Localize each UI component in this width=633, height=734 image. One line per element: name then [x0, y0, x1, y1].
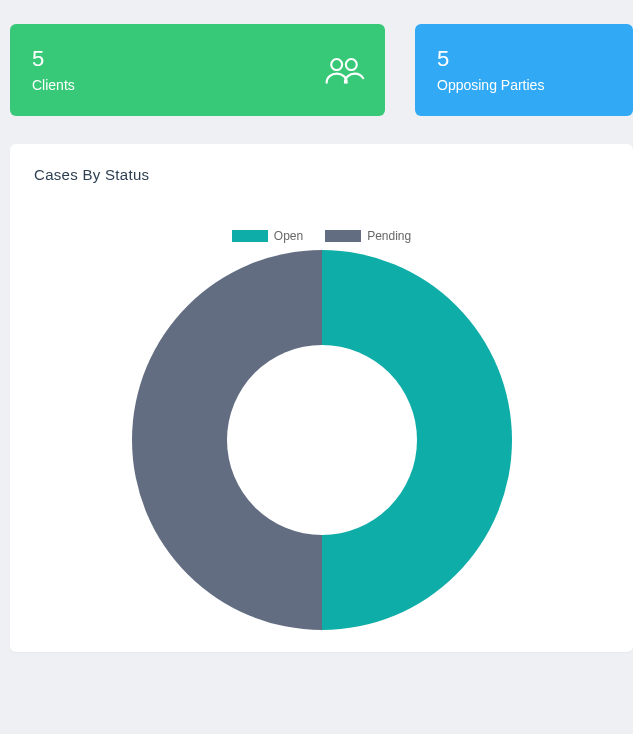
legend-item-pending[interactable]: Pending	[325, 229, 411, 243]
stat-cards-row: 5 Clients 5 Opposing Parties	[10, 24, 633, 116]
card-opposing-label: Opposing Parties	[437, 77, 611, 93]
card-opposing-parties[interactable]: 5 Opposing Parties	[415, 24, 633, 116]
cases-by-status-panel: Cases By Status Open Pending	[10, 144, 633, 652]
users-icon	[323, 54, 365, 86]
donut-chart	[132, 250, 512, 634]
donut-hole	[227, 345, 417, 535]
legend-label: Pending	[367, 229, 411, 243]
card-opposing-value: 5	[437, 47, 611, 71]
card-clients-label: Clients	[32, 77, 363, 93]
legend-swatch	[232, 230, 268, 242]
legend-label: Open	[274, 229, 303, 243]
card-clients-value: 5	[32, 47, 363, 71]
card-clients[interactable]: 5 Clients	[10, 24, 385, 116]
chart-legend: Open Pending	[10, 229, 633, 243]
donut-svg	[132, 250, 512, 630]
panel-title: Cases By Status	[34, 166, 609, 183]
svg-point-0	[331, 59, 342, 70]
legend-item-open[interactable]: Open	[232, 229, 303, 243]
svg-point-1	[346, 59, 357, 70]
legend-swatch	[325, 230, 361, 242]
